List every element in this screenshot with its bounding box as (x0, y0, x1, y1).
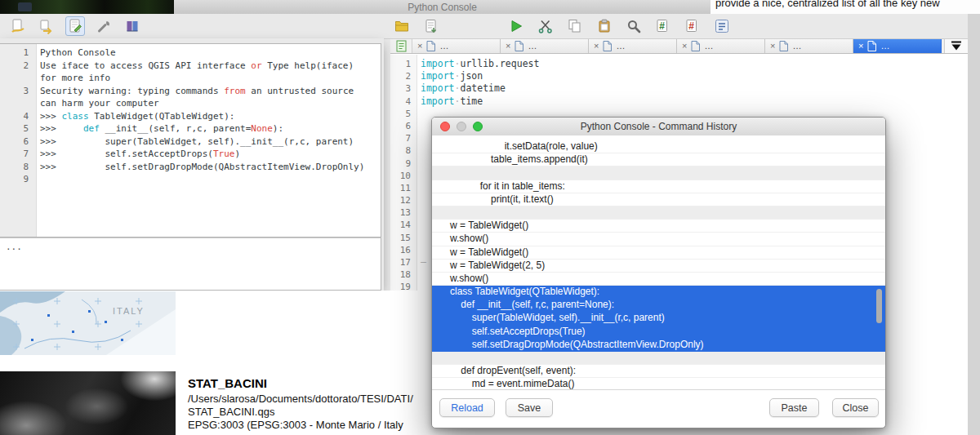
cut-icon[interactable] (536, 16, 555, 36)
history-row[interactable]: w = TableWidget() (432, 246, 885, 260)
map-thumbnail (0, 291, 176, 355)
minimize-traffic-light-icon[interactable] (457, 122, 466, 131)
project-title: STAT_BACINI (188, 376, 445, 390)
history-row[interactable] (432, 166, 885, 180)
editor-tab[interactable]: ×… (501, 38, 589, 53)
history-row[interactable]: w.show() (432, 273, 885, 286)
python-console-pane: 1Python Console2Use iface to access QGIS… (0, 38, 384, 291)
history-scrollbar-thumb[interactable] (876, 289, 882, 323)
tab-close-icon[interactable]: × (682, 42, 687, 51)
history-row[interactable]: super(TableWidget, self).__init__(r,c, p… (432, 312, 885, 325)
history-row[interactable] (432, 206, 885, 220)
close-button[interactable]: Close (832, 398, 879, 417)
line-number: 14 (390, 219, 416, 231)
line-number (0, 72, 36, 85)
history-row[interactable]: w = TableWidget() (432, 220, 885, 233)
window-title: Python Console (408, 2, 477, 13)
line-number: 18 (390, 269, 416, 281)
comment-icon[interactable]: # (653, 16, 673, 36)
line-number: 8 (390, 144, 416, 157)
history-row[interactable]: class TableWidget(QTableWidget): (432, 286, 885, 299)
history-row[interactable]: it.setData(role, value) (432, 140, 885, 153)
editor-tab[interactable]: ×… (765, 38, 853, 53)
tab-label: … (792, 41, 801, 51)
copy-icon[interactable] (565, 16, 585, 36)
line-number: 2 (390, 70, 416, 82)
code-line: 8>>> self.setDragDropMode(QAbstractItemV… (0, 161, 381, 174)
uncomment-icon[interactable]: # (683, 16, 702, 36)
map-region-label: ITALY (113, 306, 145, 316)
tab-doc-icon (691, 41, 700, 51)
tab-close-icon[interactable]: × (417, 42, 422, 51)
run-script-icon[interactable] (506, 16, 526, 36)
recent-project-item[interactable]: ITALY (0, 291, 176, 355)
code-line: 4>>> class TableWidget(QTableWidget): (0, 110, 381, 123)
command-history-list: it.setData(role, value) table_items.appe… (432, 135, 885, 390)
history-row[interactable] (432, 352, 885, 365)
import-class-icon[interactable] (37, 16, 56, 36)
history-row[interactable]: print(it, it.text() (432, 193, 885, 206)
editor-tab[interactable]: ×… (589, 38, 677, 53)
dialog-title: Python Console - Command History (581, 121, 737, 132)
editor-tabbar: ×…×…×…×…×…×… (390, 38, 968, 54)
tab-label: … (880, 41, 889, 51)
history-row[interactable]: w.show() (432, 233, 885, 246)
line-number: 1 (390, 58, 416, 70)
line-number: 10 (390, 170, 416, 182)
dialog-titlebar[interactable]: Python Console - Command History (432, 118, 885, 136)
code-line: 3Security warning: typing commands from … (0, 85, 381, 98)
editor-tabs: ×…×…×…×…×…×… (412, 38, 942, 53)
history-row[interactable]: for it in table_items: (432, 180, 885, 193)
line-number: 17 (390, 256, 416, 269)
python-console-titlebar[interactable]: Python Console (174, 0, 710, 14)
code-line: 1import·urllib.request (390, 58, 968, 70)
tab-close-icon[interactable]: × (594, 42, 599, 51)
find-text-icon[interactable] (624, 16, 644, 36)
reload-button[interactable]: Reload (439, 398, 495, 417)
line-number: 1 (0, 47, 36, 60)
line-number: 6 (0, 135, 36, 149)
save-button[interactable]: Save (506, 398, 553, 417)
object-inspector-icon[interactable] (712, 16, 732, 36)
zoom-traffic-light-icon[interactable] (473, 122, 483, 131)
background-browser-fragment: provide a nice, centralized list of all … (710, 0, 980, 14)
editor-tab[interactable]: ×… (412, 38, 501, 53)
tab-close-icon[interactable]: × (770, 42, 775, 51)
code-line: for more info (0, 72, 381, 85)
tab-close-icon[interactable]: × (858, 42, 863, 51)
open-script-icon[interactable] (392, 16, 412, 36)
paste-icon[interactable] (595, 16, 614, 36)
tab-doc-icon (867, 41, 876, 51)
tab-doc-icon (514, 41, 523, 51)
help-icon[interactable] (122, 16, 142, 36)
save-script-icon[interactable] (421, 16, 441, 36)
tab-close-icon[interactable]: × (506, 42, 510, 51)
history-row[interactable]: def __init__(self, r,c, parent=None): (432, 299, 885, 312)
tab-list-dropdown[interactable] (944, 38, 968, 53)
options-icon[interactable] (94, 16, 114, 36)
history-row[interactable]: table_items.append(it) (432, 153, 885, 166)
history-row[interactable]: self.setDragDropMode(QAbstractItemView.D… (432, 339, 885, 352)
desktop-wallpaper (0, 0, 174, 14)
tab-doc-icon (779, 41, 788, 51)
close-traffic-light-icon[interactable] (440, 122, 450, 131)
line-number: 3 (0, 85, 36, 98)
history-row[interactable]: md = event.mimeData() (432, 378, 885, 390)
paste-button[interactable]: Paste (769, 398, 819, 417)
console-output: 1Python Console2Use iface to access QGIS… (0, 43, 381, 237)
screen: Python Console provide a nice, centraliz… (0, 0, 980, 435)
line-number: 5 (0, 122, 36, 135)
code-line: 1Python Console (0, 47, 381, 60)
code-line: 3import·datetime (390, 82, 968, 95)
history-row[interactable]: self.setAcceptDrops(True) (432, 326, 885, 339)
history-row[interactable]: w = TableWidget(2, 5) (432, 260, 885, 273)
editor-tab[interactable]: ×… (677, 38, 765, 53)
project-crs: EPSG:3003 (EPSG:3003 - Monte Mario / Ita… (188, 419, 445, 432)
editor-tab-selected[interactable]: ×… (853, 38, 942, 53)
tab-doc-icon (603, 41, 612, 51)
console-input-area[interactable]: ... (0, 237, 381, 291)
show-editor-icon[interactable] (65, 16, 85, 36)
line-number (0, 97, 36, 110)
clear-console-icon[interactable] (8, 16, 28, 36)
history-row[interactable]: def dropEvent(self, event): (432, 365, 885, 378)
